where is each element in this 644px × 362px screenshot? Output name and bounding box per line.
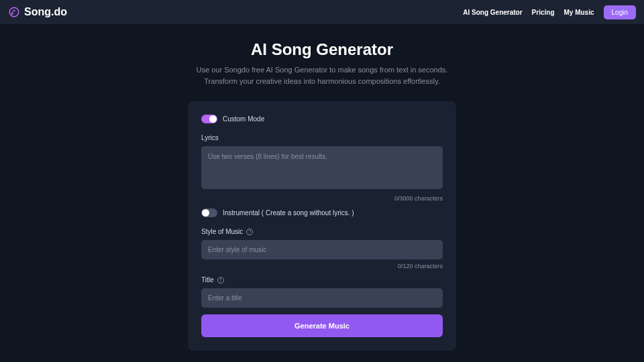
nav-my-music[interactable]: My Music: [564, 9, 594, 16]
logo-text: Song.do: [24, 6, 67, 18]
title-input[interactable]: [201, 288, 443, 308]
custom-mode-toggle[interactable]: [201, 115, 217, 123]
main: AI Song Generator Use our Songdo free AI…: [0, 24, 644, 362]
instrumental-row: Instrumental ( Create a song without lyr…: [201, 208, 443, 217]
custom-mode-row: Custom Mode: [201, 115, 443, 123]
page-subtitle: Use our Songdo free AI Song Generator to…: [197, 64, 448, 86]
logo[interactable]: Song.do: [8, 6, 67, 18]
nav-ai-generator[interactable]: AI Song Generator: [463, 9, 522, 16]
style-label: Style of Music ?: [201, 228, 443, 235]
lyrics-input[interactable]: [201, 146, 443, 189]
title-label: Title ?: [201, 276, 443, 284]
music-note-icon: [8, 6, 20, 18]
style-input[interactable]: [201, 240, 443, 259]
style-char-count: 0/120 characters: [201, 263, 443, 269]
page-title: AI Song Generator: [251, 40, 393, 59]
generate-button[interactable]: Generate Music: [201, 314, 443, 337]
instrumental-label: Instrumental ( Create a song without lyr…: [223, 209, 354, 217]
header: Song.do AI Song Generator Pricing My Mus…: [0, 0, 644, 24]
info-icon[interactable]: ?: [246, 229, 253, 235]
nav-pricing[interactable]: Pricing: [532, 9, 555, 16]
svg-point-0: [9, 7, 19, 17]
form-card: Custom Mode Lyrics 0/3000 characters Ins…: [188, 101, 456, 351]
instrumental-toggle[interactable]: [201, 208, 217, 217]
lyrics-label: Lyrics: [201, 134, 443, 141]
login-button[interactable]: Login: [604, 5, 636, 19]
custom-mode-label: Custom Mode: [223, 115, 264, 123]
nav: AI Song Generator Pricing My Music Login: [463, 5, 636, 19]
lyrics-char-count: 0/3000 characters: [201, 195, 443, 202]
info-icon[interactable]: ?: [217, 277, 224, 284]
